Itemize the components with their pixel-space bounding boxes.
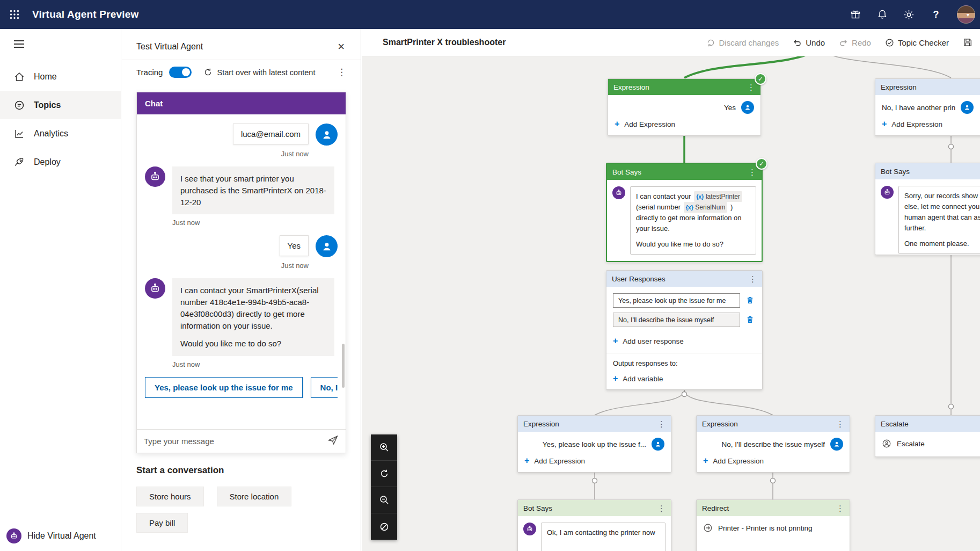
message-input[interactable] — [144, 437, 322, 446]
start-conversation-heading: Start a conversation — [136, 465, 347, 476]
hamburger-menu-icon[interactable] — [0, 29, 30, 59]
node-menu-icon[interactable]: ⋮ — [748, 168, 756, 176]
analytics-icon — [14, 128, 25, 139]
node-menu-icon[interactable]: ⋮ — [749, 275, 757, 283]
node-menu-icon[interactable]: ⋮ — [747, 83, 755, 91]
user-response-option[interactable]: No, I'll describe the issue myself — [613, 313, 740, 327]
user-response-option[interactable]: Yes, please look up the issue for me — [613, 293, 740, 308]
sidebar-item-topics[interactable]: Topics — [0, 91, 121, 119]
variable-chip[interactable]: {x} SerialNum — [684, 202, 728, 213]
fit-view-button[interactable] — [371, 513, 397, 540]
notifications-icon[interactable] — [876, 9, 888, 20]
node-title: Redirect — [702, 504, 729, 512]
node-menu-icon[interactable]: ⋮ — [836, 420, 844, 428]
zoom-in-button[interactable] — [371, 434, 397, 461]
sidebar-item-deploy[interactable]: Deploy — [0, 148, 121, 176]
suggested-reply-button[interactable]: No, I — [311, 377, 338, 398]
add-expression-button[interactable]: + Add Expression — [697, 452, 850, 470]
conversation-starter-button[interactable]: Store location — [217, 487, 292, 506]
node-escalate[interactable]: Escalate ⋮ Escalate — [875, 415, 980, 457]
chat-scrollbar[interactable] — [342, 344, 345, 388]
add-expression-button[interactable]: + Add Expression — [608, 115, 760, 134]
conversation-starter-button[interactable]: Store hours — [136, 487, 204, 506]
node-bot-says-bottom[interactable]: Bot Says ⋮ Ok, I am contacting the print… — [517, 499, 671, 551]
add-user-response-button[interactable]: + Add user response — [613, 332, 756, 351]
node-bot-says-main[interactable]: ✓ Bot Says ⋮ I can contact your {x} late… — [606, 163, 763, 262]
bot-avatar-icon — [881, 186, 894, 199]
suggested-reply-button[interactable]: Yes, please look up the issue for me — [145, 377, 303, 398]
hide-virtual-agent-button[interactable]: Hide Virtual Agent — [6, 528, 96, 543]
plus-icon: + — [703, 456, 708, 465]
topic-checker-button[interactable]: Topic Checker — [885, 38, 949, 47]
bot-avatar-icon — [612, 186, 625, 199]
save-icon — [963, 38, 972, 47]
start-over-button[interactable]: Start over with latest content — [203, 68, 315, 77]
node-title: Expression — [702, 420, 738, 428]
chat-header: Chat — [137, 92, 346, 114]
redirect-icon — [703, 523, 713, 533]
help-icon[interactable]: ? — [930, 9, 942, 20]
user-avatar-icon — [961, 101, 974, 114]
avatar-caret-icon: ▾ — [967, 12, 969, 18]
deploy-icon — [14, 157, 25, 168]
delete-response-icon[interactable] — [745, 315, 756, 325]
node-redirect[interactable]: Redirect ⋮ Printer - Printer is not prin… — [696, 499, 850, 551]
bot-message-text[interactable]: Sorry, our records show so else, let me … — [898, 186, 980, 254]
node-expression-left[interactable]: Expression ⋮ Yes, please look up the iss… — [517, 415, 671, 473]
reset-view-icon — [379, 468, 390, 479]
redirect-label: Printer - Printer is not printing — [718, 524, 813, 532]
add-expression-button[interactable]: + Add Expression — [518, 452, 671, 470]
bot-message-bubble: I see that your smart printer you purcha… — [172, 166, 334, 214]
add-variable-button[interactable]: + Add variable — [613, 369, 756, 388]
tracing-toggle[interactable] — [169, 67, 192, 78]
chat-input-bar — [137, 429, 346, 453]
zoom-in-icon — [379, 442, 390, 453]
node-menu-icon[interactable]: ⋮ — [836, 504, 844, 512]
conversation-starter-button[interactable]: Pay bill — [136, 513, 188, 533]
node-expression-mid[interactable]: Expression ⋮ No, I'll describe the issue… — [696, 415, 850, 473]
save-button[interactable] — [963, 38, 972, 47]
redo-button[interactable]: Redo — [839, 38, 871, 47]
reset-view-button[interactable] — [371, 461, 397, 487]
node-expression-yes[interactable]: ✓ Expression ⋮ Yes + Add Expression — [608, 78, 761, 136]
node-menu-icon[interactable]: ⋮ — [657, 504, 665, 512]
add-expression-button[interactable]: + Add Expression — [875, 115, 980, 134]
send-icon[interactable] — [327, 434, 339, 448]
close-icon[interactable]: × — [338, 41, 345, 53]
bot-message-text[interactable]: I can contact your {x} latestPrinter (se… — [630, 186, 756, 255]
user-avatar-icon — [830, 438, 843, 451]
variable-chip[interactable]: {x} latestPrinter — [694, 191, 742, 202]
undo-button[interactable]: Undo — [793, 38, 825, 47]
app-launcher-icon[interactable] — [0, 0, 29, 29]
node-title: Expression — [613, 83, 649, 91]
zoom-out-button[interactable] — [371, 487, 397, 513]
gift-icon[interactable] — [850, 9, 861, 20]
test-virtual-agent-panel: Test Virtual Agent × Tracing Start over … — [122, 29, 361, 551]
home-icon — [14, 71, 25, 82]
node-title: Expression — [523, 420, 559, 428]
virtual-agent-preview-app: Virtual Agent Preview ? ▾ — [0, 0, 980, 551]
canvas-zoom-toolbar — [371, 434, 397, 540]
bot-message-text[interactable]: Ok, I am contacting the printer now — [541, 523, 665, 551]
user-avatar-icon — [316, 124, 338, 146]
escalate-label: Escalate — [897, 440, 925, 448]
user-avatar-icon — [652, 438, 664, 451]
bot-message-bubble: I can contact your SmartPrinterX(serial … — [172, 278, 334, 356]
sidebar-item-label: Topics — [34, 100, 61, 110]
node-expression-no[interactable]: Expression ⋮ No, I have another prin + A… — [875, 78, 980, 136]
authoring-canvas[interactable]: ✓ Expression ⋮ Yes + Add Expression Expr… — [362, 56, 980, 551]
settings-gear-icon[interactable] — [903, 9, 915, 20]
node-bot-says-right[interactable]: Bot Says ⋮ Sorry, our records show so el… — [875, 163, 980, 255]
user-avatar[interactable] — [957, 5, 975, 24]
undo-icon — [793, 38, 802, 47]
discard-changes-button[interactable]: Discard changes — [706, 38, 779, 47]
expression-value: Yes — [724, 104, 736, 112]
delete-response-icon[interactable] — [745, 295, 756, 306]
sidebar-item-home[interactable]: Home — [0, 62, 121, 91]
node-menu-icon[interactable]: ⋮ — [657, 420, 665, 428]
plus-icon: + — [613, 337, 618, 345]
sidebar-item-analytics[interactable]: Analytics — [0, 119, 121, 148]
node-user-responses[interactable]: User Responses ⋮ Yes, please look up the… — [606, 270, 763, 390]
chat-message-user: Yes — [145, 235, 338, 257]
more-options-icon[interactable]: ⋮ — [337, 67, 346, 78]
